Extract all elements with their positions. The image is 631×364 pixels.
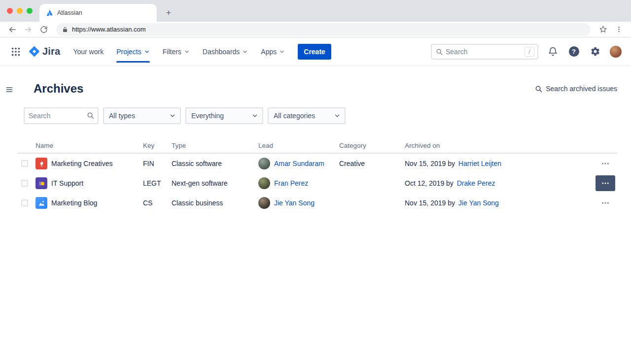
photo-project-icon — [38, 199, 45, 207]
project-key: FIN — [139, 160, 168, 167]
nav-apps[interactable]: Apps — [261, 45, 285, 59]
project-type: Classic business — [168, 199, 254, 207]
row-checkbox[interactable] — [21, 180, 28, 187]
search-icon — [535, 85, 542, 93]
bookmark-star-button[interactable] — [596, 23, 610, 36]
gear-icon — [590, 46, 600, 57]
sidebar-toggle-button[interactable] — [5, 86, 13, 94]
chevron-down-icon — [144, 49, 150, 55]
browser-tab[interactable]: Atlassian — [39, 4, 157, 22]
chevron-down-icon — [251, 112, 258, 119]
lock-icon — [62, 27, 68, 33]
url-text: https://www.atlassian.com — [72, 26, 146, 33]
hamburger-menu-icon — [5, 86, 13, 94]
table-header-row: Name Key Type Lead Category Archived on — [18, 138, 617, 154]
more-dots-icon — [601, 179, 610, 188]
search-archived-issues-link[interactable]: Search archived issues — [535, 85, 617, 93]
lead-link[interactable]: Fran Perez — [274, 179, 308, 187]
table-row: Marketing Creatives FIN Classic software… — [18, 154, 617, 173]
search-archived-label: Search archived issues — [546, 85, 617, 93]
global-search-input[interactable] — [446, 48, 522, 56]
search-shortcut-hint: / — [525, 47, 534, 57]
nav-your-work[interactable]: Your work — [73, 45, 104, 59]
project-name-link[interactable]: Marketing Creatives — [51, 160, 113, 167]
browser-tab-strip: Atlassian + — [0, 0, 631, 22]
lead-link[interactable]: Amar Sundaram — [274, 160, 324, 167]
help-button[interactable]: ? — [567, 45, 581, 59]
archived-by-link[interactable]: Harriet Leijten — [458, 160, 501, 167]
table-row: IT Support LEGT Next-gen software Fran P… — [18, 173, 617, 193]
forward-button[interactable] — [21, 23, 35, 36]
nav-filters[interactable]: Filters — [163, 45, 190, 59]
minimize-window-button[interactable] — [17, 8, 23, 14]
forward-arrow-icon — [24, 25, 33, 34]
reload-button[interactable] — [36, 23, 51, 36]
archived-date-text: Nov 15, 2019 by — [405, 199, 455, 207]
categories-filter-dropdown[interactable]: All categories — [268, 107, 346, 124]
categories-filter-value: All categories — [274, 112, 315, 120]
reload-icon — [40, 26, 48, 33]
back-arrow-icon — [8, 25, 17, 34]
archived-by-link[interactable]: Drake Perez — [457, 179, 495, 187]
nav-label: Apps — [261, 48, 277, 56]
archived-by-link[interactable]: Jie Yan Song — [458, 199, 499, 207]
settings-button[interactable] — [588, 45, 602, 59]
table-row: Marketing Blog CS Classic business Jie Y… — [18, 193, 617, 213]
atlassian-favicon-icon — [46, 9, 53, 16]
search-icon — [87, 112, 94, 119]
row-checkbox[interactable] — [21, 160, 28, 167]
row-more-button[interactable] — [596, 156, 615, 171]
window-controls — [7, 8, 33, 14]
new-tab-button[interactable]: + — [164, 8, 174, 18]
browser-menu-button[interactable] — [611, 23, 626, 36]
help-icon: ? — [569, 46, 579, 57]
filter-bar: All types Everything All categories — [24, 107, 617, 124]
lead-link[interactable]: Jie Yan Song — [274, 199, 315, 207]
jira-logo-text: Jira — [42, 46, 60, 57]
project-name-link[interactable]: IT Support — [51, 179, 83, 187]
column-header-category: Category — [335, 142, 401, 149]
everything-filter-dropdown[interactable]: Everything — [185, 107, 263, 124]
app-switcher-button[interactable] — [8, 44, 24, 60]
nav-label: Dashboards — [203, 48, 240, 56]
page-title: Archives — [34, 82, 83, 96]
address-bar[interactable]: https://www.atlassian.com — [56, 23, 591, 36]
chevron-down-icon — [184, 49, 190, 55]
lead-avatar — [258, 158, 270, 169]
global-search[interactable]: / — [431, 44, 538, 60]
project-icon — [35, 197, 47, 209]
nav-projects[interactable]: Projects — [116, 45, 150, 59]
chevron-down-icon — [169, 112, 176, 119]
main-area: Archives Search archived issues All typ — [18, 66, 631, 364]
bell-icon — [548, 46, 558, 57]
zoom-window-button[interactable] — [27, 8, 33, 14]
jira-logo-icon — [29, 46, 40, 57]
browser-window: Atlassian + https://www.atlassian.com — [0, 0, 631, 364]
notifications-button[interactable] — [546, 45, 560, 59]
support-project-icon — [38, 180, 45, 187]
everything-filter-value: Everything — [191, 112, 224, 120]
more-dots-icon — [601, 199, 610, 207]
project-name-link[interactable]: Marketing Blog — [51, 199, 97, 207]
row-checkbox[interactable] — [21, 199, 28, 206]
user-avatar[interactable] — [609, 45, 622, 58]
left-sidebar-rail — [0, 66, 18, 364]
types-filter-dropdown[interactable]: All types — [103, 107, 181, 124]
primary-nav: Your work Projects Filters Dashboards Ap… — [73, 45, 285, 59]
nav-dashboards[interactable]: Dashboards — [203, 45, 248, 59]
row-more-button[interactable] — [596, 175, 615, 191]
create-button[interactable]: Create — [298, 44, 331, 60]
jira-logo[interactable]: Jira — [29, 46, 60, 57]
project-type: Classic software — [168, 160, 254, 167]
tab-title: Atlassian — [57, 9, 82, 16]
column-header-name: Name — [32, 142, 139, 149]
project-category: Creative — [335, 160, 401, 167]
chevron-down-icon — [279, 49, 285, 55]
lead-avatar — [258, 177, 270, 189]
lead-avatar — [258, 197, 270, 209]
archived-date-text: Nov 15, 2019 by — [405, 160, 455, 167]
nav-label: Filters — [163, 48, 181, 56]
back-button[interactable] — [5, 23, 20, 36]
close-window-button[interactable] — [7, 8, 13, 14]
row-more-button[interactable] — [596, 196, 615, 210]
